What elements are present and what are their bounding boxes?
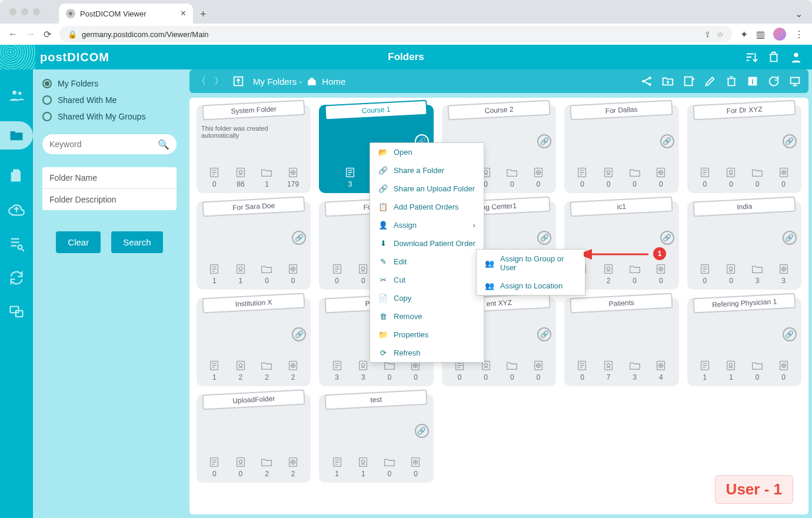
clear-button[interactable]: Clear xyxy=(56,231,101,253)
breadcrumb: My Folders - Home xyxy=(253,76,345,87)
refresh-icon[interactable] xyxy=(767,75,780,88)
search-input[interactable] xyxy=(49,140,158,149)
menu-item-edit[interactable]: ✎Edit xyxy=(370,253,484,271)
users-rail-icon[interactable] xyxy=(8,87,25,104)
trash-icon[interactable] xyxy=(725,75,738,88)
menu-item-properties[interactable]: 📁Properties xyxy=(370,326,484,344)
profile-avatar[interactable] xyxy=(773,28,786,41)
tabs-chevron-icon[interactable]: ⌄ xyxy=(795,8,803,19)
upload-rail-icon[interactable] xyxy=(8,201,25,218)
filter-my-folders[interactable]: My Folders xyxy=(42,79,177,88)
stat-item: 1 xyxy=(260,166,273,188)
logo-icon xyxy=(0,45,35,69)
folder-name-field[interactable]: Folder Name xyxy=(42,167,177,189)
dot-min[interactable] xyxy=(21,8,28,15)
info-icon[interactable]: i xyxy=(746,75,759,88)
folder-card[interactable]: Refering Physician 1🔗1100 xyxy=(687,298,801,386)
stat-item: 0 xyxy=(654,166,667,188)
filter-shared-groups[interactable]: Shared With My Groups xyxy=(42,112,177,121)
menu-item-cut[interactable]: ✂Cut xyxy=(370,271,484,289)
extensions-icon[interactable]: ✦ xyxy=(740,29,748,40)
folder-card[interactable]: For Dr XYZ🔗0000 xyxy=(687,105,801,193)
keyword-search[interactable]: 🔍 xyxy=(42,134,177,154)
folder-upload-icon[interactable] xyxy=(661,75,674,88)
browser-tab[interactable]: PostDICOM Viewer × xyxy=(59,4,193,24)
folder-card[interactable]: India🔗0033 xyxy=(687,201,801,290)
folder-stats: 1100 xyxy=(201,259,306,285)
nav-forward-icon[interactable]: → xyxy=(26,29,35,39)
share-os-icon[interactable]: ⇪ xyxy=(704,30,711,39)
menu-item-assign[interactable]: 👤Assign› xyxy=(370,216,484,234)
search-icon[interactable]: 🔍 xyxy=(158,139,169,150)
filter-list: My Folders Shared With Me Shared With My… xyxy=(42,79,177,121)
filter-shared-me[interactable]: Shared With Me xyxy=(42,95,177,105)
tab-title: PostDICOM Viewer xyxy=(80,9,146,18)
documents-rail-icon[interactable] xyxy=(8,167,25,184)
menu-label: Cut xyxy=(394,275,405,284)
devices-rail-icon[interactable] xyxy=(8,304,25,320)
svg-rect-10 xyxy=(685,77,693,86)
star-icon[interactable]: ☆ xyxy=(717,30,724,39)
edit-icon[interactable] xyxy=(704,75,717,88)
menu-item-remove[interactable]: 🗑Remove xyxy=(370,307,484,326)
tab-close-icon[interactable]: × xyxy=(181,8,186,19)
upload-box-icon[interactable] xyxy=(232,75,245,88)
menu-item-share-an-upload-folder[interactable]: 🔗Share an Upload Folder xyxy=(370,180,484,198)
reload-icon[interactable]: ⟳ xyxy=(44,29,51,40)
stat-item: 2 xyxy=(234,359,247,381)
share-icon[interactable] xyxy=(640,75,653,88)
menu-item-refresh[interactable]: ⟳Refresh xyxy=(370,344,484,362)
kebab-icon[interactable]: ⋮ xyxy=(794,29,804,40)
folder-stats: 0022 xyxy=(201,452,306,478)
nav-next-icon[interactable]: 〉 xyxy=(214,75,224,88)
nav-prev-icon[interactable]: 〈 xyxy=(197,75,206,88)
sync-rail-icon[interactable] xyxy=(8,270,25,286)
folder-card[interactable]: UploadFolder0022 xyxy=(197,394,311,483)
stat-item: 0 xyxy=(698,263,711,285)
url-bar[interactable]: 🔒 germany.postdicom.com/Viewer/Main ⇪ ☆ xyxy=(59,26,732,42)
present-icon[interactable] xyxy=(788,75,801,88)
page-title: Folders xyxy=(388,51,424,63)
user-header-icon[interactable] xyxy=(790,51,803,64)
dot-close[interactable] xyxy=(9,8,16,15)
context-menu: 📂Open🔗Share a Folder🔗Share an Upload Fol… xyxy=(370,142,484,363)
panel-icon[interactable]: ▥ xyxy=(756,29,765,40)
menu-item-open[interactable]: 📂Open xyxy=(370,143,484,161)
add-icon[interactable] xyxy=(683,75,695,88)
crumb-home[interactable]: Home xyxy=(322,77,345,87)
new-tab-button[interactable]: + xyxy=(200,8,207,21)
folder-card[interactable]: For Sara Doe🔗1100 xyxy=(197,201,311,290)
search-button[interactable]: Search xyxy=(111,231,163,253)
home-icon[interactable] xyxy=(307,76,317,87)
menu-item-download-patient-order[interactable]: ⬇Download Patient Order xyxy=(370,234,484,253)
submenu-item-assign-to-group-or-user[interactable]: 👥Assign to Group or User xyxy=(477,250,585,277)
menu-item-share-a-folder[interactable]: 🔗Share a Folder xyxy=(370,161,484,180)
folder-desc-field[interactable]: Folder Description xyxy=(42,189,177,210)
folder-name-label: ic1 xyxy=(570,196,674,217)
folder-name-label: System Folder xyxy=(202,99,305,120)
svg-text:i: i xyxy=(751,77,754,86)
trash-header-icon[interactable] xyxy=(767,51,780,64)
folder-card[interactable]: System FolderThis folder was created aut… xyxy=(197,105,311,193)
folder-name-label: For Dr XYZ xyxy=(693,99,796,120)
folder-card[interactable]: test🔗1100 xyxy=(319,394,433,483)
dot-max[interactable] xyxy=(33,8,40,15)
folder-card[interactable]: For Dallas🔗0000 xyxy=(564,105,678,193)
menu-icon: 📋 xyxy=(378,202,388,211)
folders-rail-tab[interactable] xyxy=(0,121,33,150)
stat-item: 3 xyxy=(751,263,764,285)
menu-item-add-patient-orders[interactable]: 📋Add Patient Orders xyxy=(370,198,484,216)
submenu-item-assign-to-location[interactable]: 👥Assign to Location xyxy=(477,277,585,295)
stat-item: 0 xyxy=(532,166,545,188)
sort-icon[interactable] xyxy=(745,51,758,64)
crumb-text: My Folders - xyxy=(253,77,302,87)
folder-card[interactable]: Institution X🔗1222 xyxy=(197,298,311,386)
folder-card[interactable]: Patients0734 xyxy=(564,298,678,386)
menu-icon: ⟳ xyxy=(378,348,388,357)
list-search-rail-icon[interactable] xyxy=(8,235,25,252)
menu-item-copy[interactable]: 📄Copy xyxy=(370,289,484,307)
link-icon: 🔗 xyxy=(537,134,551,148)
stat-item: 0 xyxy=(724,263,737,285)
nav-back-icon[interactable]: ← xyxy=(8,29,18,39)
svg-rect-78 xyxy=(605,361,613,370)
